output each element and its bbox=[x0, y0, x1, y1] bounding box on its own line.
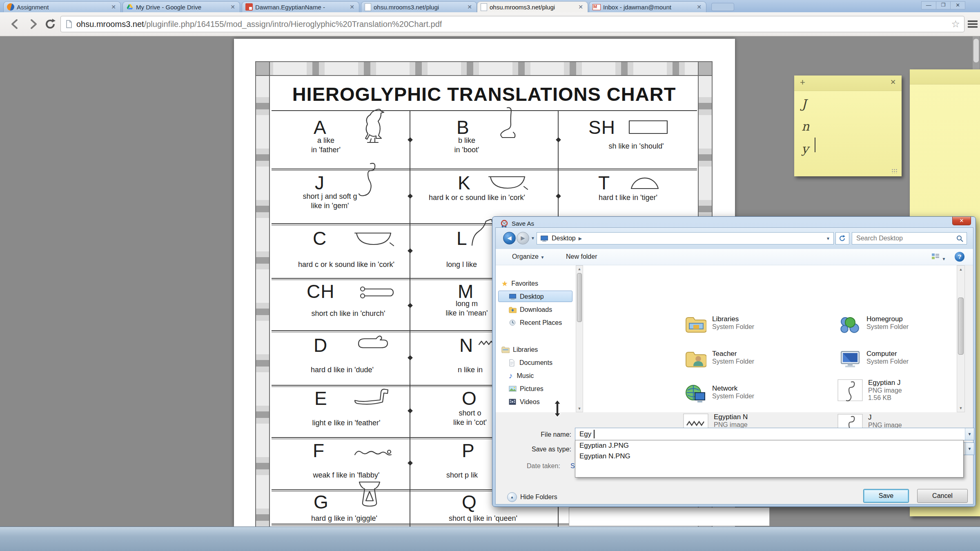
tab-assignment[interactable]: Assignment ✕ bbox=[3, 1, 121, 12]
note-resize-grip[interactable] bbox=[891, 169, 898, 173]
hand-glyph-icon bbox=[356, 333, 389, 351]
delete-note-icon[interactable]: ✕ bbox=[890, 78, 896, 87]
chart-letter: T bbox=[598, 172, 610, 194]
save-button[interactable]: Save bbox=[863, 489, 909, 503]
back-icon[interactable] bbox=[9, 18, 21, 30]
reload-icon[interactable] bbox=[44, 18, 56, 30]
nav-libraries[interactable]: Libraries bbox=[501, 344, 538, 355]
file-name-dropdown-icon[interactable]: ▼ bbox=[965, 428, 974, 440]
scroll-up-icon[interactable]: ▲ bbox=[957, 266, 964, 273]
chart-letter: C bbox=[313, 227, 327, 249]
nav-videos[interactable]: Videos bbox=[509, 396, 540, 408]
nav-scrollbar-thumb[interactable] bbox=[577, 273, 582, 322]
refresh-button[interactable] bbox=[835, 232, 849, 244]
close-button[interactable]: ✕ bbox=[951, 1, 965, 9]
nav-desktop[interactable]: Desktop bbox=[509, 291, 544, 302]
breadcrumb-location[interactable]: Desktop bbox=[552, 235, 576, 242]
documents-icon bbox=[509, 359, 515, 367]
gmail-favicon-icon: M bbox=[592, 4, 601, 10]
file-name-input[interactable] bbox=[579, 428, 965, 440]
nav-music[interactable]: ♪Music bbox=[509, 370, 534, 382]
file-item-computer[interactable]: ComputerSystem Folder bbox=[840, 350, 909, 369]
search-input[interactable] bbox=[855, 234, 956, 242]
organize-button[interactable]: Organize ▼ bbox=[512, 253, 544, 260]
dialog-close-button[interactable]: ✕ bbox=[952, 217, 971, 225]
tab-close-icon[interactable]: ✕ bbox=[466, 4, 473, 10]
save-as-type-dropdown-icon[interactable]: ▼ bbox=[965, 443, 974, 455]
date-taken-value[interactable]: S bbox=[570, 462, 575, 470]
sticky-note-1[interactable]: + ✕ J n y bbox=[794, 76, 902, 176]
chart-letter: N bbox=[459, 334, 473, 356]
chart-letter: CH bbox=[307, 280, 334, 302]
address-dropdown-icon[interactable]: ▼ bbox=[826, 236, 830, 241]
sticky-note-header[interactable] bbox=[910, 69, 980, 84]
save-as-type-label: Save as type: bbox=[528, 446, 571, 453]
minimize-button[interactable]: — bbox=[921, 1, 936, 9]
file-name: Libraries bbox=[712, 315, 754, 323]
nav-recent-places[interactable]: Recent Places bbox=[509, 317, 562, 329]
new-folder-button[interactable]: New folder bbox=[566, 253, 597, 260]
address-breadcrumb[interactable]: Desktop ▶ ▼ bbox=[537, 232, 834, 244]
file-scrollbar-thumb[interactable] bbox=[958, 298, 964, 355]
forward-button[interactable]: ► bbox=[517, 232, 529, 244]
background-window-fragment: ◄ ||| ► bbox=[569, 507, 770, 526]
restore-button[interactable]: ❐ bbox=[936, 1, 951, 9]
hide-folders-button[interactable]: ▲ Hide Folders bbox=[507, 492, 557, 502]
eagle-glyph-icon bbox=[359, 107, 387, 144]
history-dropdown-icon[interactable]: ▼ bbox=[531, 236, 535, 240]
chart-letter: A bbox=[314, 116, 327, 138]
new-note-icon[interactable]: + bbox=[800, 77, 805, 88]
file-item-homegroup[interactable]: HomegroupSystem Folder bbox=[840, 315, 909, 334]
tab-close-icon[interactable]: ✕ bbox=[695, 4, 703, 10]
tab-google-drive[interactable]: My Drive - Google Drive ✕ bbox=[122, 1, 240, 12]
cancel-button[interactable]: Cancel bbox=[917, 489, 968, 503]
tab-close-icon[interactable]: ✕ bbox=[229, 4, 236, 10]
omnibox[interactable]: ohsu.mrooms3.net/pluginfile.php/164155/m… bbox=[60, 16, 964, 32]
scroll-down-icon[interactable]: ▼ bbox=[576, 405, 583, 412]
file-item-egyptian-j[interactable]: Egyptian JPNG image1.56 KB bbox=[837, 379, 902, 402]
nav-scrollbar[interactable]: ▲ ▼ bbox=[576, 265, 583, 412]
tab-close-icon[interactable]: ✕ bbox=[348, 4, 356, 10]
sticky-note-text[interactable]: J n y bbox=[802, 93, 809, 160]
scroll-up-icon[interactable]: ▲ bbox=[576, 266, 583, 272]
tab-close-icon[interactable]: ✕ bbox=[110, 4, 117, 10]
file-item-teacher[interactable]: TeacherSystem Folder bbox=[685, 350, 754, 368]
chrome-menu-icon[interactable] bbox=[968, 20, 978, 28]
tab-gmail-inbox[interactable]: M Inbox - jdawman@mount ✕ bbox=[589, 1, 706, 12]
help-icon[interactable]: ? bbox=[955, 252, 964, 262]
tab-mrooms-active[interactable]: ohsu.mrooms3.net/plugi ✕ bbox=[477, 1, 588, 12]
chart-letter: G bbox=[314, 491, 329, 513]
chart-title: HIEROGLYPHIC TRANSLATIONS CHART bbox=[258, 83, 710, 105]
nav-favorites[interactable]: ★Favorites bbox=[501, 278, 538, 289]
suggestion-item[interactable]: Egyptian N.PNG bbox=[575, 451, 963, 462]
bookmark-star-icon[interactable]: ☆ bbox=[951, 18, 960, 30]
forward-icon[interactable] bbox=[27, 18, 39, 30]
pdf-scrollbar-thumb[interactable] bbox=[973, 39, 979, 62]
file-item-libraries[interactable]: LibrariesSystem Folder bbox=[685, 315, 754, 333]
file-type: System Folder bbox=[712, 323, 754, 331]
file-item-network[interactable]: NetworkSystem Folder bbox=[685, 384, 754, 403]
tab-close-icon[interactable]: ✕ bbox=[577, 4, 584, 10]
pdf-frame-left bbox=[255, 61, 270, 527]
browser-tab-bar: Assignment ✕ My Drive - Google Drive ✕ D… bbox=[0, 0, 980, 12]
pdf-frame-corner bbox=[698, 61, 713, 76]
breadcrumb-arrow-icon[interactable]: ▶ bbox=[579, 236, 582, 241]
nav-pictures[interactable]: Pictures bbox=[509, 383, 543, 395]
file-list-scrollbar[interactable]: ▲ ▼ bbox=[957, 265, 965, 412]
suggestion-item[interactable]: Egyptian J.PNG bbox=[575, 440, 963, 451]
back-button[interactable]: ◄ bbox=[503, 232, 516, 244]
tab-label: ohsu.mrooms3.net/plugi bbox=[374, 4, 463, 11]
tab-dawman-egyptianname[interactable]: Dawman.EgyptianName - ✕ bbox=[242, 1, 359, 12]
tab-mrooms-1[interactable]: ohsu.mrooms3.net/plugi ✕ bbox=[361, 1, 477, 12]
sticky-note-header[interactable]: + ✕ bbox=[794, 76, 902, 91]
nav-documents[interactable]: Documents bbox=[509, 357, 552, 369]
date-taken-label: Date taken: bbox=[527, 462, 560, 470]
search-box[interactable] bbox=[852, 232, 967, 244]
chart-letter: D bbox=[314, 334, 327, 356]
new-tab-button[interactable] bbox=[711, 3, 734, 11]
scroll-down-icon[interactable]: ▼ bbox=[957, 404, 964, 412]
chart-letter: L bbox=[457, 227, 468, 249]
views-button[interactable]: ▼ bbox=[931, 252, 946, 262]
nav-downloads[interactable]: Downloads bbox=[509, 304, 552, 315]
file-name-combobox[interactable]: ▼ bbox=[575, 428, 974, 440]
